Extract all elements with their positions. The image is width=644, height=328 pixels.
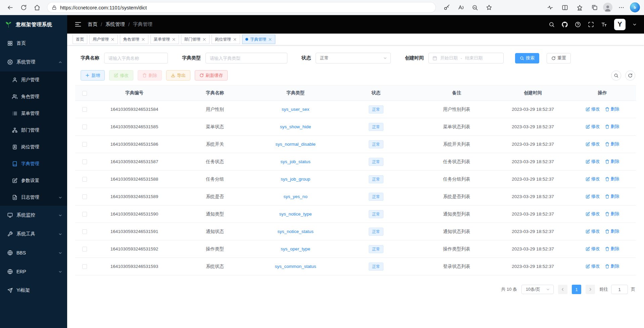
status-select[interactable]: 正常 — [316, 53, 391, 63]
dict-type-link[interactable]: sys_show_hide — [280, 124, 311, 129]
address-bar[interactable]: https://ccnetcore.com:1101/system/dict — [47, 2, 436, 13]
url-text[interactable]: https://ccnetcore.com:1101/system/dict — [60, 5, 431, 10]
sidebar-item-param-settings[interactable]: 参数设置 — [0, 172, 67, 189]
edit-button[interactable]: 修改 — [109, 70, 133, 81]
delete-row-link[interactable]: 删除 — [605, 246, 619, 252]
sidebar-item-yi-framework[interactable]: Yi框架 — [0, 281, 67, 300]
row-checkbox[interactable] — [82, 142, 87, 147]
edit-row-link[interactable]: 修改 — [586, 211, 600, 217]
add-button[interactable]: 新增 — [81, 70, 105, 81]
read-aloud-icon[interactable] — [455, 2, 467, 13]
sidebar-item-post-mgmt[interactable]: 岗位管理 — [0, 139, 67, 155]
help-icon[interactable] — [575, 21, 581, 28]
row-checkbox[interactable] — [82, 177, 87, 182]
sidebar-item-menu-mgmt[interactable]: 菜单管理 — [0, 105, 67, 122]
close-tab-icon[interactable] — [202, 38, 206, 41]
sidebar-item-system-monitor[interactable]: 系统监控 — [0, 206, 67, 225]
edit-row-link[interactable]: 修改 — [586, 228, 600, 234]
row-checkbox[interactable] — [82, 107, 87, 112]
delete-row-link[interactable]: 删除 — [605, 141, 619, 147]
row-checkbox[interactable] — [82, 212, 87, 217]
edit-row-link[interactable]: 修改 — [586, 124, 600, 130]
delete-row-link[interactable]: 删除 — [605, 228, 619, 234]
back-button[interactable] — [4, 2, 16, 13]
refresh-cache-button[interactable]: 刷新缓存 — [195, 70, 228, 81]
delete-button[interactable]: 删除 — [138, 70, 162, 81]
sidebar-item-role-mgmt[interactable]: 角色管理 — [0, 88, 67, 105]
close-tab-icon[interactable] — [268, 38, 272, 41]
row-checkbox[interactable] — [82, 194, 87, 199]
prev-page-button[interactable] — [558, 285, 567, 294]
tab-post-mgmt[interactable]: 岗位管理 — [212, 35, 240, 44]
refresh-button[interactable] — [17, 2, 30, 13]
tab-menu-mgmt[interactable]: 菜单管理 — [150, 35, 179, 44]
more-menu-icon[interactable] — [615, 2, 627, 13]
sidebar-item-bbs[interactable]: BBS — [0, 243, 67, 262]
delete-row-link[interactable]: 删除 — [605, 176, 619, 182]
sidebar-item-home[interactable]: 首页 — [0, 34, 67, 53]
page-number-button[interactable]: 1 — [572, 285, 581, 294]
close-tab-icon[interactable] — [172, 38, 176, 41]
zoom-out-icon[interactable] — [469, 2, 481, 13]
reset-button[interactable]: 重置 — [547, 53, 571, 63]
profile-avatar[interactable] — [603, 3, 612, 12]
dict-type-link[interactable]: sys_oper_type — [281, 246, 310, 251]
dict-type-link[interactable]: sys_notice_status — [277, 229, 313, 234]
row-checkbox[interactable] — [82, 125, 87, 129]
row-checkbox[interactable] — [82, 264, 87, 269]
row-checkbox[interactable] — [82, 159, 87, 164]
breadcrumb-system-mgmt[interactable]: 系统管理 — [105, 21, 125, 28]
breadcrumb-home[interactable]: 首页 — [88, 21, 97, 28]
favorites-icon[interactable] — [573, 2, 586, 13]
date-range-picker[interactable]: 开始日期 - 结束日期 — [428, 53, 504, 63]
delete-row-link[interactable]: 删除 — [605, 158, 619, 165]
font-size-icon[interactable] — [601, 21, 607, 28]
close-tab-icon[interactable] — [111, 38, 114, 41]
edit-row-link[interactable]: 修改 — [586, 158, 600, 165]
sidebar-item-system-mgmt[interactable]: 系统管理 — [0, 53, 67, 72]
close-tab-icon[interactable] — [141, 38, 145, 41]
header-search-icon[interactable] — [549, 21, 555, 28]
tab-role-mgmt[interactable]: 角色管理 — [120, 35, 148, 44]
toggle-search-button[interactable] — [611, 71, 621, 81]
home-button[interactable] — [31, 2, 43, 13]
dict-type-link[interactable]: sys_common_status — [275, 264, 316, 269]
dict-type-link[interactable]: sys_job_status — [280, 159, 310, 164]
key-icon[interactable] — [441, 2, 453, 13]
edit-row-link[interactable]: 修改 — [586, 246, 600, 252]
delete-row-link[interactable]: 删除 — [605, 263, 619, 269]
collections-icon[interactable] — [588, 2, 600, 13]
next-page-button[interactable] — [586, 285, 595, 294]
goto-page-input[interactable] — [611, 285, 628, 294]
sidebar-item-erp[interactable]: ERP — [0, 262, 67, 281]
fullscreen-icon[interactable] — [588, 21, 594, 28]
sidebar-item-log-mgmt[interactable]: 日志管理 — [0, 189, 67, 206]
row-checkbox[interactable] — [82, 229, 87, 234]
sidebar-item-user-mgmt[interactable]: 用户管理 — [0, 72, 67, 88]
dict-type-input[interactable] — [205, 53, 287, 63]
split-screen-icon[interactable] — [559, 2, 571, 13]
github-icon[interactable] — [562, 21, 568, 28]
browser-essentials-icon[interactable] — [544, 2, 556, 13]
sidebar-item-dict-mgmt[interactable]: 字典管理 — [0, 155, 67, 172]
select-all-checkbox[interactable] — [82, 91, 87, 96]
dict-name-input[interactable] — [104, 53, 168, 63]
delete-row-link[interactable]: 删除 — [605, 106, 619, 112]
user-avatar[interactable]: Y — [614, 19, 626, 30]
bing-icon[interactable]: b — [630, 2, 640, 12]
delete-row-link[interactable]: 删除 — [605, 124, 619, 130]
edit-row-link[interactable]: 修改 — [586, 193, 600, 199]
edit-row-link[interactable]: 修改 — [586, 106, 600, 112]
tab-home[interactable]: 首页 — [73, 35, 87, 44]
dict-type-link[interactable]: sys_normal_disable — [275, 142, 315, 147]
dict-type-link[interactable]: sys_user_sex — [282, 107, 310, 112]
tab-dict-mgmt[interactable]: 字典管理 — [242, 35, 275, 44]
page-size-select[interactable]: 10条/页 — [521, 285, 554, 294]
tab-user-mgmt[interactable]: 用户管理 — [89, 35, 118, 44]
sidebar-item-system-tools[interactable]: 系统工具 — [0, 225, 67, 243]
delete-row-link[interactable]: 删除 — [605, 211, 619, 217]
edit-row-link[interactable]: 修改 — [586, 263, 600, 269]
edit-row-link[interactable]: 修改 — [586, 141, 600, 147]
close-tab-icon[interactable] — [233, 38, 237, 41]
edit-row-link[interactable]: 修改 — [586, 176, 600, 182]
